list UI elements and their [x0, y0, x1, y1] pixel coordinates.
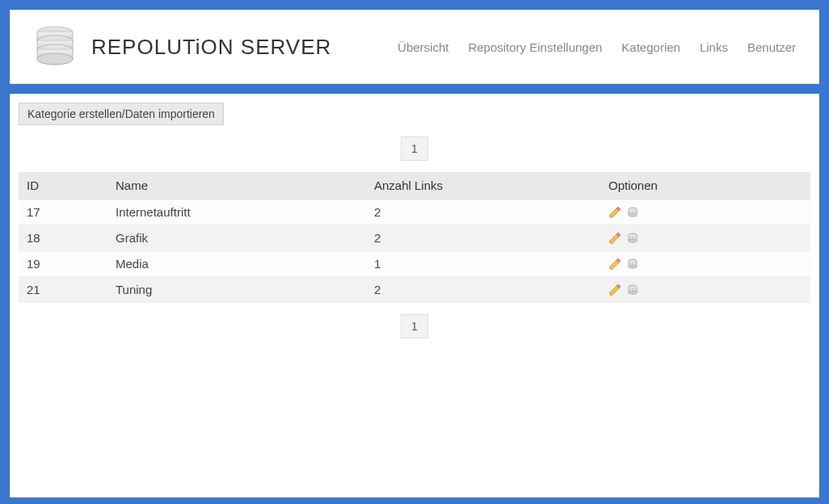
pager-top: 1 [19, 136, 810, 161]
table-row: 19Media1 [19, 251, 810, 277]
nav-links[interactable]: Links [700, 40, 728, 54]
logo-wrap: REPOLUTiON SERVER [33, 25, 331, 69]
cell-name: Tuning [107, 277, 366, 303]
cell-id: 18 [19, 225, 107, 251]
page-button[interactable]: 1 [401, 314, 428, 338]
pencil-icon[interactable] [608, 284, 621, 296]
cell-options [600, 225, 810, 251]
pager-bottom: 1 [19, 314, 810, 338]
delete-icon[interactable] [626, 232, 639, 245]
content-panel: Kategorie erstellen/Daten importieren 1 … [10, 94, 819, 498]
cell-id: 17 [19, 200, 107, 225]
categories-table: ID Name Anzahl Links Optionen 17Internet… [19, 172, 810, 303]
cell-id: 19 [19, 251, 107, 277]
cell-name: Media [107, 251, 366, 277]
nav-users[interactable]: Benutzer [747, 40, 796, 54]
cell-options [600, 251, 810, 277]
svg-point-3 [37, 53, 73, 65]
table-row: 21Tuning2 [19, 277, 810, 303]
app-title: REPOLUTiON SERVER [91, 35, 331, 60]
cell-id: 21 [19, 277, 107, 303]
create-category-button[interactable]: Kategorie erstellen/Daten importieren [19, 103, 224, 125]
cell-count: 2 [366, 277, 600, 303]
cell-name: Internetauftritt [107, 200, 366, 225]
nav-overview[interactable]: Übersicht [398, 40, 448, 54]
col-header-count: Anzahl Links [366, 172, 600, 200]
database-stack-icon [33, 25, 77, 69]
cell-count: 2 [366, 200, 600, 225]
cell-count: 1 [366, 251, 600, 277]
col-header-options: Optionen [600, 172, 810, 200]
delete-icon[interactable] [626, 284, 639, 296]
table-row: 17Internetauftritt2 [19, 200, 810, 225]
col-header-name: Name [107, 172, 366, 200]
page-button[interactable]: 1 [401, 136, 428, 161]
pencil-icon[interactable] [608, 206, 621, 219]
nav-repository-settings[interactable]: Repository Einstellungen [468, 40, 602, 54]
cell-count: 2 [366, 225, 600, 251]
delete-icon[interactable] [626, 258, 639, 271]
header-bar: REPOLUTiON SERVER Übersicht Repository E… [10, 10, 819, 84]
cell-name: Grafik [107, 225, 366, 251]
cell-options [600, 277, 810, 303]
cell-options [600, 200, 810, 225]
nav-categories[interactable]: Kategorien [621, 40, 680, 54]
table-row: 18Grafik2 [19, 225, 810, 251]
col-header-id: ID [19, 172, 107, 200]
delete-icon[interactable] [626, 206, 639, 219]
pencil-icon[interactable] [608, 258, 621, 271]
main-nav: Übersicht Repository Einstellungen Kateg… [398, 40, 796, 54]
table-header-row: ID Name Anzahl Links Optionen [19, 172, 810, 200]
pencil-icon[interactable] [608, 232, 621, 245]
